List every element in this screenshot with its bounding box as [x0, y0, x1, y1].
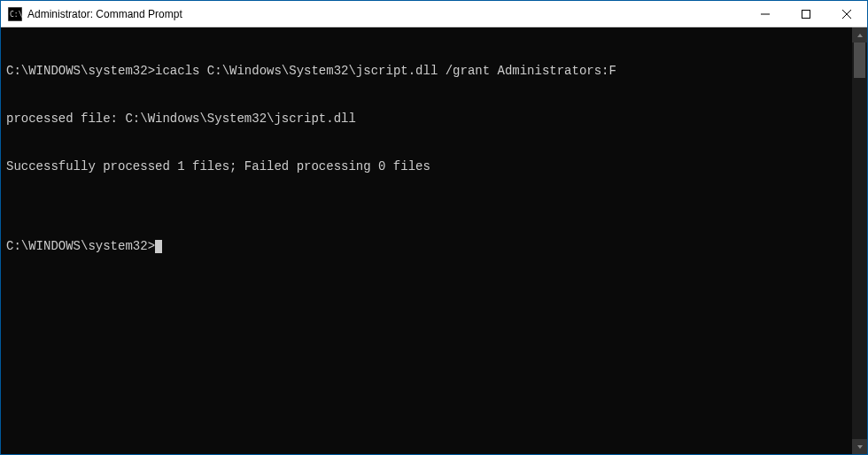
close-icon	[842, 10, 851, 19]
scrollbar-track[interactable]	[852, 42, 867, 439]
console-line: processed file: C:\Windows\System32\jscr…	[6, 111, 847, 127]
scrollbar-thumb[interactable]	[854, 42, 865, 78]
command-text: icacls C:\Windows\System32\jscript.dll /…	[155, 64, 616, 78]
svg-text:C:\: C:\	[10, 11, 22, 19]
console-line: Successfully processed 1 files; Failed p…	[6, 158, 847, 174]
cmd-icon: C:\	[8, 7, 22, 21]
console-output[interactable]: C:\WINDOWS\system32>icacls C:\Windows\Sy…	[1, 27, 852, 454]
maximize-button[interactable]	[786, 1, 826, 27]
close-button[interactable]	[826, 1, 867, 27]
console-line: C:\WINDOWS\system32>icacls C:\Windows\Sy…	[6, 63, 847, 79]
svg-rect-3	[802, 10, 810, 18]
titlebar[interactable]: C:\ Administrator: Command Prompt	[1, 1, 867, 27]
cursor	[155, 240, 162, 253]
prompt: C:\WINDOWS\system32>	[6, 64, 155, 78]
command-prompt-window: C:\ Administrator: Command Prompt	[0, 0, 868, 455]
scroll-down-arrow-icon[interactable]	[852, 439, 867, 454]
window-controls	[745, 1, 867, 27]
window-title: Administrator: Command Prompt	[27, 8, 745, 20]
client-area: C:\WINDOWS\system32>icacls C:\Windows\Sy…	[1, 27, 867, 454]
minimize-icon	[761, 10, 770, 19]
scroll-up-arrow-icon[interactable]	[852, 27, 867, 42]
console-line: C:\WINDOWS\system32>	[6, 238, 847, 254]
maximize-icon	[802, 10, 810, 19]
minimize-button[interactable]	[745, 1, 786, 27]
prompt: C:\WINDOWS\system32>	[6, 239, 155, 253]
vertical-scrollbar[interactable]	[852, 27, 867, 454]
